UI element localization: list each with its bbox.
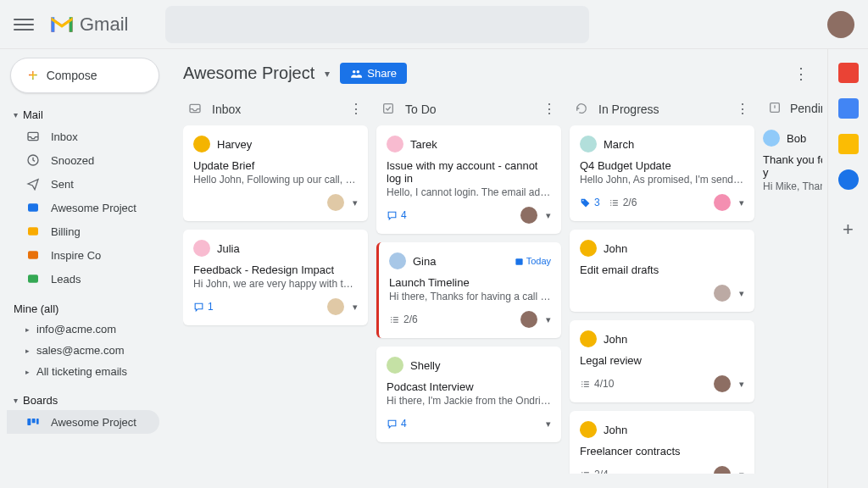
sidebar-item-inbox[interactable]: Inbox xyxy=(7,125,159,148)
checklist-meta: 2/4 xyxy=(580,469,609,474)
card-footer: 1▾ xyxy=(193,298,358,315)
card-menu-icon[interactable]: ▾ xyxy=(739,379,744,390)
svg-rect-3 xyxy=(28,227,38,235)
compose-button[interactable]: + Compose xyxy=(10,58,159,93)
comments-meta: 4 xyxy=(387,418,407,430)
sender-dot xyxy=(580,240,597,257)
nav-boards-header[interactable]: ▾Boards xyxy=(7,391,159,410)
column-to-do: To Do⋮ Tarek Issue with my account - can… xyxy=(376,96,561,474)
comments-meta: 4 xyxy=(387,209,407,221)
assignee-avatar xyxy=(714,466,731,474)
column-in-progress: In Progress⋮ March Q4 Budget Update Hell… xyxy=(570,96,754,474)
card[interactable]: March Q4 Budget Update Hello John, As pr… xyxy=(570,125,754,221)
svg-rect-5 xyxy=(28,274,38,282)
card-menu-icon[interactable]: ▾ xyxy=(739,469,744,474)
card-menu-icon[interactable]: ▾ xyxy=(739,197,744,208)
nav-mail-header[interactable]: ▾Mail xyxy=(7,105,159,125)
card-menu-icon[interactable]: ▾ xyxy=(739,288,744,299)
hamburger-icon[interactable] xyxy=(14,14,34,35)
gmail-m-icon xyxy=(49,14,75,35)
sidebar-item-sent[interactable]: Sent xyxy=(7,172,159,196)
sender-name: John xyxy=(604,242,627,255)
compose-label: Compose xyxy=(47,69,97,82)
card-subject: Issue with my account - cannot log in xyxy=(387,159,551,185)
board-icon xyxy=(25,414,41,430)
card-footer: 4/10▾ xyxy=(580,375,744,392)
assignee-avatar xyxy=(714,194,731,211)
sender-name: Tarek xyxy=(410,138,437,151)
svg-rect-13 xyxy=(515,258,522,264)
card[interactable]: Tarek Issue with my account - cannot log… xyxy=(376,125,561,234)
profile-avatar[interactable] xyxy=(827,11,854,38)
nav-mine-header[interactable]: Mine (all) xyxy=(7,299,159,319)
column-header: In Progress⋮ xyxy=(570,96,754,125)
sidebar-item-sales-acme-com[interactable]: ▸sales@acme.com xyxy=(7,340,159,361)
board-columns: Inbox⋮ Harvey Update Brief Hello John, F… xyxy=(183,96,822,474)
card-snippet: Hi there, Thanks for having a call with.… xyxy=(389,291,551,302)
card-footer: 2/6▾ xyxy=(389,311,551,328)
card[interactable]: Shelly Podcast Interview Hi there, I'm J… xyxy=(376,347,561,442)
column-header: Inbox⋮ xyxy=(183,96,368,125)
card-subject: Edit email drafts xyxy=(580,263,744,276)
card-snippet: Hello John, As promised, I'm sending y..… xyxy=(580,174,744,186)
rail-add-icon[interactable]: + xyxy=(843,219,854,241)
card-snippet: Hi Mike, Thank xyxy=(763,180,822,192)
column-more-icon[interactable]: ⋮ xyxy=(349,101,363,117)
board-icon xyxy=(25,200,41,215)
column-header: Pending xyxy=(763,96,822,125)
assignee-avatar xyxy=(327,298,344,315)
card-menu-icon[interactable]: ▾ xyxy=(546,210,551,221)
card[interactable]: Harvey Update Brief Hello John, Followin… xyxy=(183,125,368,221)
card-menu-icon[interactable]: ▾ xyxy=(546,314,551,325)
rail-tasks-icon[interactable] xyxy=(838,169,859,190)
card-subject: Legal review xyxy=(580,354,744,367)
svg-rect-6 xyxy=(27,419,31,425)
today-badge: Today xyxy=(515,256,551,266)
sidebar-item-inspire-co[interactable]: Inspire Co xyxy=(7,243,159,267)
card[interactable]: Bob Thank you for y Hi Mike, Thank xyxy=(763,125,822,197)
gmail-text: Gmail xyxy=(80,14,128,36)
sidebar-item-snoozed[interactable]: Snoozed xyxy=(7,148,159,172)
card[interactable]: Gina Today Launch Timeline Hi there, Tha… xyxy=(376,242,561,338)
column-more-icon[interactable]: ⋮ xyxy=(736,101,749,117)
card[interactable]: Julia Feedback - Redesign Impact Hi John… xyxy=(183,230,368,325)
right-rail: + xyxy=(827,49,868,488)
checklist-meta: 2/6 xyxy=(389,313,418,325)
card-menu-icon[interactable]: ▾ xyxy=(353,197,358,208)
card-subject: Launch Timeline xyxy=(389,276,551,289)
share-button[interactable]: Share xyxy=(340,63,407,84)
board-icon xyxy=(25,271,41,286)
card-subject: Podcast Interview xyxy=(387,380,551,393)
svg-point-14 xyxy=(582,199,584,201)
card-snippet: Hi there, I'm Jackie from the Ondricka..… xyxy=(387,395,551,407)
rail-app-1[interactable] xyxy=(838,63,859,83)
checklist-meta: 4/10 xyxy=(580,378,614,390)
sender-name: Shelly xyxy=(410,359,440,372)
card[interactable]: John Edit email drafts ▾ xyxy=(570,230,754,312)
board-more-icon[interactable]: ⋮ xyxy=(793,64,809,83)
rail-keep-icon[interactable] xyxy=(838,134,859,154)
gmail-logo[interactable]: Gmail xyxy=(49,14,128,36)
card[interactable]: John Legal review 4/10▾ xyxy=(570,320,754,402)
card-snippet: Hello, I cannot login. The email addres.… xyxy=(387,186,551,198)
sender-dot xyxy=(763,130,780,147)
sidebar-item-info-acme-com[interactable]: ▸info@acme.com xyxy=(7,319,159,340)
column-more-icon[interactable]: ⋮ xyxy=(542,101,556,117)
plus-icon: + xyxy=(28,67,38,84)
send-icon xyxy=(25,176,41,191)
rail-calendar-icon[interactable] xyxy=(838,98,859,119)
sidebar-item-All ticketing emails[interactable]: ▸All ticketing emails xyxy=(7,361,159,382)
column-header: To Do⋮ xyxy=(376,96,561,125)
sidebar-item-awesome-project[interactable]: Awesome Project xyxy=(7,196,159,219)
column-pending: Pending Bob Thank you for y Hi Mike, Tha… xyxy=(763,96,822,474)
sidebar-item-billing[interactable]: Billing xyxy=(7,219,159,243)
sidebar-board-awesome-project[interactable]: Awesome Project xyxy=(7,410,159,434)
card-subject: Update Brief xyxy=(193,159,358,172)
card-menu-icon[interactable]: ▾ xyxy=(353,302,358,313)
sidebar-item-leads[interactable]: Leads xyxy=(7,267,159,291)
card[interactable]: John Freelancer contracts 2/4▾ xyxy=(570,411,754,474)
card-menu-icon[interactable]: ▾ xyxy=(546,419,551,430)
board-dropdown-icon[interactable]: ▾ xyxy=(325,68,330,80)
progress-icon xyxy=(575,102,590,117)
search-input[interactable] xyxy=(165,6,589,43)
